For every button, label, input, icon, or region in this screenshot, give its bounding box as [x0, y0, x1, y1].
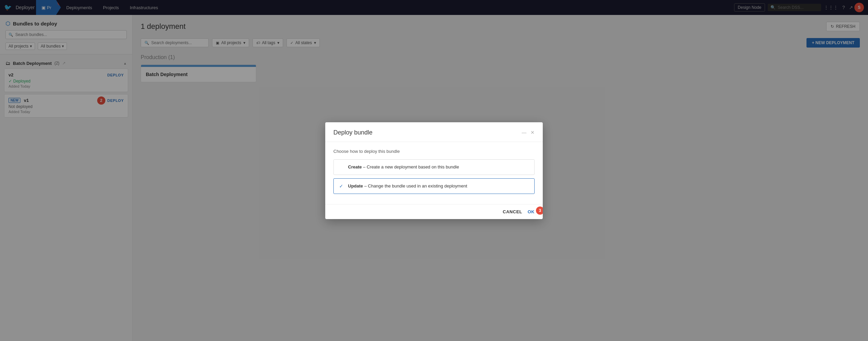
update-check-icon: ✓ [339, 183, 345, 189]
modal-footer: CANCEL OK 3 [325, 204, 543, 219]
modal-ok-button[interactable]: OK 3 [528, 209, 535, 214]
step-badge-3: 3 [536, 207, 543, 215]
modal-subtitle: Choose how to deploy this bundle [333, 149, 535, 154]
modal-overlay[interactable]: Deploy bundle — ✕ Choose how to deploy t… [0, 0, 868, 341]
create-check-icon: ✓ [339, 164, 345, 170]
modal-close-button[interactable]: ✕ [531, 130, 535, 135]
option-update[interactable]: ✓ Update – Change the bundle used in an … [333, 178, 535, 194]
modal-minimize-button[interactable]: — [522, 130, 526, 135]
deploy-bundle-modal: Deploy bundle — ✕ Choose how to deploy t… [325, 122, 543, 219]
modal-header-controls: — ✕ [522, 130, 535, 135]
create-option-text: Create – Create a new deployment based o… [348, 164, 459, 169]
modal-header: Deploy bundle — ✕ [325, 122, 543, 142]
modal-body: Choose how to deploy this bundle ✓ Creat… [325, 142, 543, 204]
modal-cancel-button[interactable]: CANCEL [503, 209, 522, 214]
modal-title: Deploy bundle [333, 129, 372, 136]
update-option-text: Update – Change the bundle used in an ex… [348, 183, 467, 189]
option-create[interactable]: ✓ Create – Create a new deployment based… [333, 159, 535, 175]
